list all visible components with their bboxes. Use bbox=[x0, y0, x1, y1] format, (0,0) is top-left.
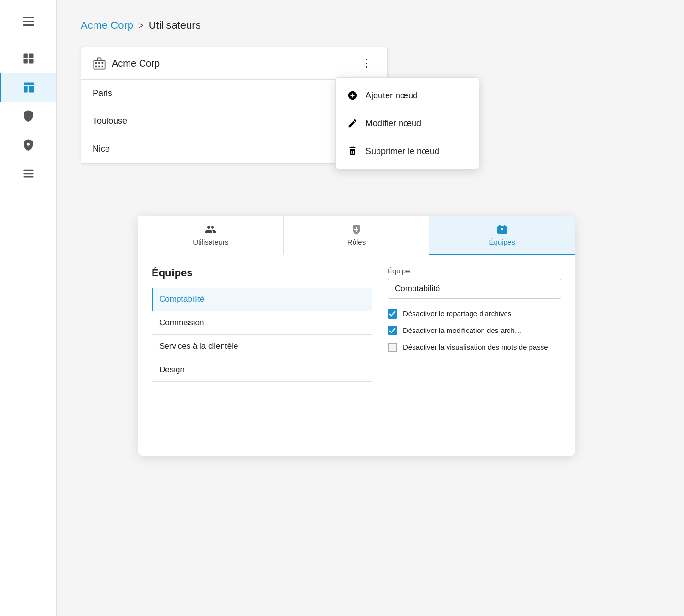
tab-roles[interactable]: Rôles bbox=[284, 216, 430, 255]
team-detail-label: Équipe bbox=[388, 267, 561, 275]
checkbox-modification-label: Désactiver la modification des arch… bbox=[403, 325, 522, 335]
main-content: Acme Corp > Utilisateurs Acme Corp bbox=[57, 0, 684, 616]
building-icon bbox=[93, 57, 106, 70]
menu-icon[interactable] bbox=[19, 12, 38, 31]
svg-rect-8 bbox=[23, 170, 33, 171]
checkbox-repartage-label: Désactiver le repartage d'archives bbox=[403, 308, 511, 319]
teams-content: Équipes Comptabilité Commission Services… bbox=[138, 255, 575, 393]
node-panel: Acme Corp ⋮ Paris Toulouse Nice Ajouter … bbox=[81, 47, 388, 164]
dropdown-edit-node-label: Modifier nœud bbox=[366, 118, 421, 129]
svg-rect-4 bbox=[24, 83, 34, 85]
sidebar-item-shield-alt[interactable] bbox=[0, 130, 56, 159]
sidebar bbox=[0, 0, 57, 616]
dropdown-delete-node[interactable]: Supprimer le nœud bbox=[336, 137, 479, 165]
equipes-briefcase-icon bbox=[496, 224, 508, 235]
dropdown-edit-node[interactable]: Modifier nœud bbox=[336, 109, 479, 137]
breadcrumb: Acme Corp > Utilisateurs bbox=[81, 19, 660, 32]
checkmark-icon bbox=[389, 310, 396, 317]
svg-rect-13 bbox=[98, 62, 100, 64]
teams-detail: Équipe Désactiver le repartage d'archive… bbox=[388, 267, 561, 382]
dropdown-add-node[interactable]: Ajouter nœud bbox=[336, 82, 479, 109]
svg-rect-11 bbox=[94, 60, 105, 69]
more-menu-button[interactable]: ⋮ bbox=[357, 56, 376, 71]
checkbox-row-repartage: Désactiver le repartage d'archives bbox=[388, 308, 561, 319]
team-list-item-comptabilite[interactable]: Comptabilité bbox=[152, 288, 372, 311]
svg-rect-2 bbox=[23, 59, 27, 63]
delete-icon bbox=[347, 146, 358, 156]
svg-rect-9 bbox=[23, 173, 33, 174]
dropdown-menu: Ajouter nœud Modifier nœud Supprimer le … bbox=[335, 77, 479, 169]
dropdown-add-node-label: Ajouter nœud bbox=[366, 91, 418, 101]
checkbox-row-modification: Désactiver la modification des arch… bbox=[388, 325, 561, 335]
svg-rect-1 bbox=[29, 54, 33, 58]
svg-rect-6 bbox=[29, 86, 34, 93]
team-list-item-commission[interactable]: Commission bbox=[152, 311, 372, 335]
node-panel-header: Acme Corp ⋮ bbox=[81, 47, 387, 80]
add-circle-icon bbox=[347, 90, 358, 101]
edit-icon bbox=[347, 118, 358, 129]
team-list-item-design[interactable]: Désign bbox=[152, 358, 372, 382]
svg-rect-10 bbox=[23, 176, 33, 178]
tab-equipes-label: Équipes bbox=[489, 238, 515, 246]
node-panel-title: Acme Corp bbox=[93, 57, 160, 70]
svg-rect-0 bbox=[23, 54, 27, 58]
sidebar-item-list[interactable] bbox=[0, 159, 56, 188]
dropdown-delete-node-label: Supprimer le nœud bbox=[366, 146, 439, 156]
svg-rect-18 bbox=[98, 58, 101, 60]
svg-rect-5 bbox=[24, 86, 28, 93]
sidebar-item-layout[interactable] bbox=[0, 73, 56, 102]
node-panel-company-name: Acme Corp bbox=[112, 58, 160, 69]
svg-rect-17 bbox=[102, 66, 104, 68]
svg-rect-12 bbox=[95, 62, 97, 64]
teams-section-title: Équipes bbox=[152, 267, 372, 279]
checkbox-modification[interactable] bbox=[388, 326, 397, 335]
svg-point-7 bbox=[27, 143, 30, 146]
checkbox-visualisation[interactable] bbox=[388, 343, 397, 352]
svg-rect-15 bbox=[95, 66, 97, 68]
checkbox-visualisation-label: Désactiver la visualisation des mots de … bbox=[403, 342, 548, 352]
teams-card: Utilisateurs Rôles Équipes bbox=[138, 216, 575, 456]
teams-list: Équipes Comptabilité Commission Services… bbox=[152, 267, 372, 382]
svg-rect-3 bbox=[29, 59, 33, 63]
svg-rect-16 bbox=[98, 66, 100, 68]
svg-rect-19 bbox=[501, 228, 503, 230]
team-name-input[interactable] bbox=[388, 279, 561, 299]
checkbox-row-visualisation: Désactiver la visualisation des mots de … bbox=[388, 342, 561, 352]
breadcrumb-separator: > bbox=[138, 20, 144, 31]
roles-shield-icon bbox=[351, 224, 362, 235]
checkbox-repartage[interactable] bbox=[388, 309, 397, 319]
tab-equipes[interactable]: Équipes bbox=[429, 216, 575, 255]
sidebar-item-shield[interactable] bbox=[0, 102, 56, 130]
tab-utilisateurs-label: Utilisateurs bbox=[193, 238, 228, 246]
sidebar-item-dashboard[interactable] bbox=[0, 44, 56, 73]
tab-roles-label: Rôles bbox=[347, 238, 366, 246]
team-list-item-services[interactable]: Services à la clientèle bbox=[152, 335, 372, 358]
checkmark-icon-2 bbox=[389, 327, 396, 334]
tabs: Utilisateurs Rôles Équipes bbox=[138, 216, 575, 255]
breadcrumb-link[interactable]: Acme Corp bbox=[81, 19, 133, 32]
svg-rect-14 bbox=[102, 62, 104, 64]
breadcrumb-current: Utilisateurs bbox=[149, 19, 201, 32]
tab-utilisateurs[interactable]: Utilisateurs bbox=[138, 216, 284, 255]
users-icon bbox=[205, 224, 216, 235]
